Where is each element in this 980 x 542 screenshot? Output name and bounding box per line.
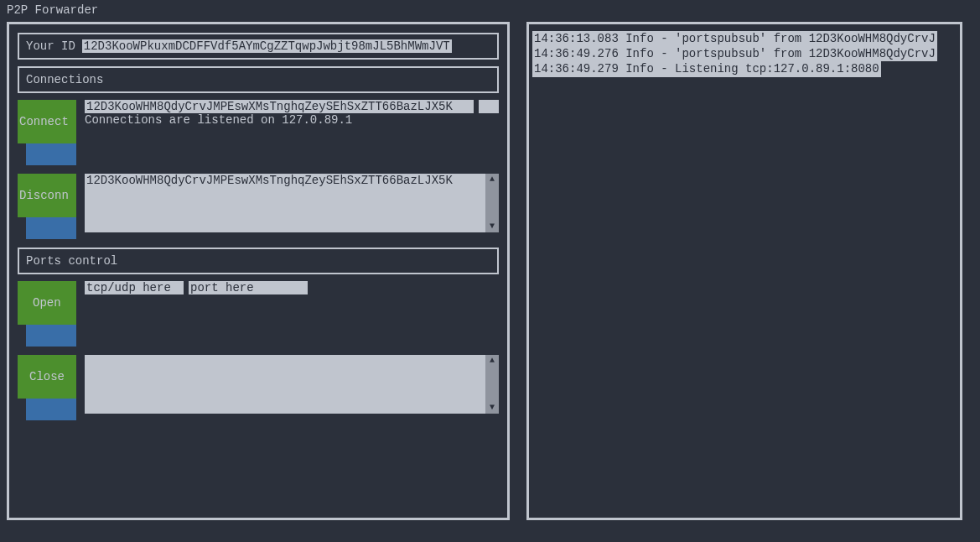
scroll-up-icon[interactable]: ▲	[490, 175, 495, 184]
connect-id-input[interactable]	[85, 100, 474, 113]
list-item[interactable]: 12D3KooWHM8QdyCrvJMPEswXMsTnghqZeySEhSxZ…	[86, 174, 484, 187]
your-id-value[interactable]: 12D3KooWPkuxmDCDFFVdf5AYmCgZZTqwpJwbjt98…	[82, 39, 452, 53]
close-port-row: Close ▲ ▼	[18, 355, 499, 420]
connect-id-extra[interactable]	[479, 100, 499, 113]
open-port-row: Open	[18, 281, 499, 347]
log-panel: 14:36:13.083 Info - 'portspubsub' from 1…	[526, 22, 962, 520]
scroll-down-icon[interactable]: ▼	[490, 222, 495, 231]
disconnect-row: Disconn 12D3KooWHM8QdyCrvJMPEswXMsTnghqZ…	[18, 174, 499, 239]
app-title: P2P Forwarder	[7, 3, 973, 17]
scroll-up-icon[interactable]: ▲	[490, 357, 495, 365]
disconnect-button[interactable]: Disconn	[18, 174, 76, 217]
connections-header: Connections	[18, 66, 499, 93]
control-panel: Your ID 12D3KooWPkuxmDCDFFVdf5AYmCgZZTqw…	[7, 22, 510, 520]
ports-scrollbar[interactable]: ▲ ▼	[485, 355, 499, 414]
open-port-button[interactable]: Open	[18, 281, 76, 325]
connections-scrollbar[interactable]: ▲ ▼	[485, 174, 499, 232]
connect-row: Connect Connections are listened on 127.…	[18, 100, 499, 165]
close-port-button[interactable]: Close	[18, 355, 76, 399]
close-button-shadow	[26, 399, 76, 420]
open-button-shadow	[26, 325, 76, 347]
connections-listen-info: Connections are listened on 127.0.89.1	[85, 113, 499, 127]
connections-header-label: Connections	[26, 73, 103, 86]
log-line: 14:36:13.083 Info - 'portspubsub' from 1…	[532, 31, 937, 46]
ports-list[interactable]: ▲ ▼	[85, 355, 499, 414]
connections-list[interactable]: 12D3KooWHM8QdyCrvJMPEswXMsTnghqZeySEhSxZ…	[85, 174, 499, 232]
your-id-section: Your ID 12D3KooWPkuxmDCDFFVdf5AYmCgZZTqw…	[18, 33, 499, 60]
connect-button[interactable]: Connect	[18, 100, 76, 143]
ports-header-label: Ports control	[26, 254, 117, 268]
port-input[interactable]	[189, 281, 308, 294]
log-line: 14:36:49.276 Info - 'portspubsub' from 1…	[532, 46, 937, 61]
protocol-input[interactable]	[85, 281, 184, 294]
scroll-down-icon[interactable]: ▼	[490, 404, 495, 412]
ports-header: Ports control	[18, 248, 499, 274]
connect-button-shadow	[26, 143, 76, 165]
your-id-label: Your ID	[26, 39, 75, 53]
disconnect-button-shadow	[26, 217, 76, 239]
log-line: 14:36:49.279 Info - Listening tcp:127.0.…	[532, 61, 881, 76]
